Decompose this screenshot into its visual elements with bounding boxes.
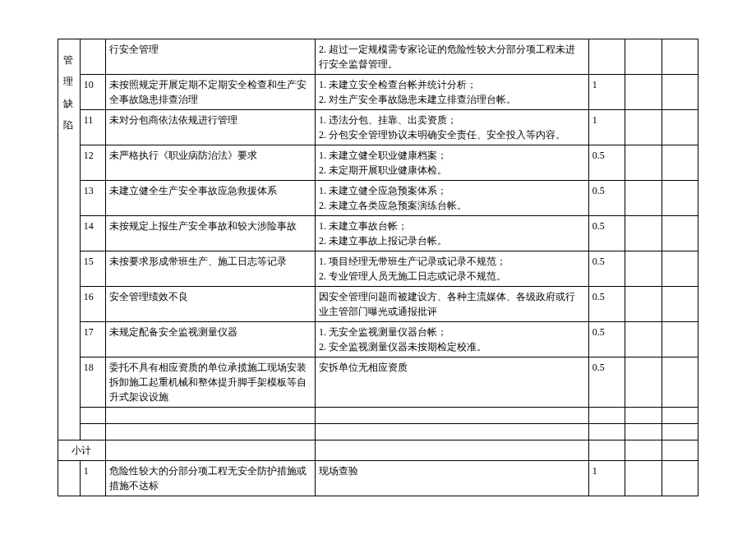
row-no: 11	[80, 110, 105, 145]
row-basis: 1. 未建立健全职业健康档案；2. 未定期开展职业健康体检。	[315, 145, 588, 181]
row-basis: 1. 未建立健全应急预案体系；2. 未建立各类应急预案演练台帐。	[315, 181, 588, 216]
row-basis: 安拆单位无相应资质	[315, 357, 588, 408]
table-row: 14 未按规定上报生产安全事故和较大涉险事故 1. 未建立事故台帐；2. 未建立…	[58, 216, 698, 251]
row-score: 0.5	[588, 287, 625, 322]
row-issue: 危险性较大的分部分项工程无安全防护措施或措施不达标	[105, 461, 315, 496]
table-row	[58, 408, 698, 424]
assessment-table: 管理缺陷 行安全管理 2. 超过一定规模需专家论证的危险性较大分部分项工程未进行…	[58, 39, 698, 496]
table-row: 18 委托不具有相应资质的单位承揽施工现场安装拆卸施工起重机械和整体提升脚手架模…	[58, 357, 698, 408]
row-score: 0.5	[588, 322, 625, 357]
row-issue: 行安全管理	[105, 39, 315, 75]
table-row: 1 危险性较大的分部分项工程无安全防护措施或措施不达标 现场查验 1	[58, 461, 698, 496]
row-basis: 1. 项目经理无带班生产记录或记录不规范；2. 专业管理人员无施工日志或记录不规…	[315, 251, 588, 287]
row-no: 18	[80, 357, 105, 408]
row-issue: 未按照规定开展定期不定期安全检查和生产安全事故隐患排查治理	[105, 75, 315, 110]
row-score	[588, 39, 625, 75]
row-no: 15	[80, 251, 105, 287]
row-basis: 现场查验	[315, 461, 588, 496]
category-cell	[58, 461, 81, 496]
row-no: 16	[80, 287, 105, 322]
row-issue: 未严格执行《职业病防治法》要求	[105, 145, 315, 181]
subtotal-row: 小计	[58, 440, 698, 461]
row-basis: 1. 违法分包、挂靠、出卖资质；2. 分包安全管理协议未明确安全责任、安全投入等…	[315, 110, 588, 145]
category-cell: 管理缺陷	[58, 39, 81, 440]
table-row: 15 未按要求形成带班生产、施工日志等记录 1. 项目经理无带班生产记录或记录不…	[58, 251, 698, 287]
row-basis: 1. 无安全监视测量仪器台帐；2. 安全监视测量仪器未按期检定校准。	[315, 322, 588, 357]
row-basis: 1. 未建立安全检查台帐并统计分析；2. 对生产安全事故隐患未建立排查治理台帐。	[315, 75, 588, 110]
row-score: 0.5	[588, 357, 625, 408]
row-no	[80, 39, 105, 75]
row-no: 12	[80, 145, 105, 181]
row-basis: 1. 未建立事故台帐；2. 未建立事故上报记录台帐。	[315, 216, 588, 251]
row-issue: 未规定配备安全监视测量仪器	[105, 322, 315, 357]
row-basis: 因安全管理问题而被建设方、各种主流媒体、各级政府或行业主管部门曝光或通报批评	[315, 287, 588, 322]
row-score: 1	[588, 461, 625, 496]
table-row: 管理缺陷 行安全管理 2. 超过一定规模需专家论证的危险性较大分部分项工程未进行…	[58, 39, 698, 75]
row-score: 0.5	[588, 145, 625, 181]
row-blank-e	[625, 39, 662, 75]
row-score: 0.5	[588, 181, 625, 216]
row-issue: 未对分包商依法依规进行管理	[105, 110, 315, 145]
table-row	[58, 424, 698, 440]
row-score: 1	[588, 75, 625, 110]
row-no: 17	[80, 322, 105, 357]
row-no: 13	[80, 181, 105, 216]
row-score: 0.5	[588, 251, 625, 287]
category-label: 管理缺陷	[63, 54, 75, 131]
row-issue: 未按规定上报生产安全事故和较大涉险事故	[105, 216, 315, 251]
table-row: 12 未严格执行《职业病防治法》要求 1. 未建立健全职业健康档案；2. 未定期…	[58, 145, 698, 181]
row-issue: 未建立健全生产安全事故应急救援体系	[105, 181, 315, 216]
subtotal-label: 小计	[58, 440, 106, 461]
row-basis: 2. 超过一定规模需专家论证的危险性较大分部分项工程未进行安全监督管理。	[315, 39, 588, 75]
row-no: 1	[80, 461, 105, 496]
table-row: 10 未按照规定开展定期不定期安全检查和生产安全事故隐患排查治理 1. 未建立安…	[58, 75, 698, 110]
row-score: 0.5	[588, 216, 625, 251]
table-row: 17 未规定配备安全监视测量仪器 1. 无安全监视测量仪器台帐；2. 安全监视测…	[58, 322, 698, 357]
row-blank-f	[662, 39, 698, 75]
row-issue: 未按要求形成带班生产、施工日志等记录	[105, 251, 315, 287]
row-no: 10	[80, 75, 105, 110]
table-row: 11 未对分包商依法依规进行管理 1. 违法分包、挂靠、出卖资质；2. 分包安全…	[58, 110, 698, 145]
row-issue: 安全管理绩效不良	[105, 287, 315, 322]
row-issue: 委托不具有相应资质的单位承揽施工现场安装拆卸施工起重机械和整体提升脚手架模板等自…	[105, 357, 315, 408]
document-page: 管理缺陷 行安全管理 2. 超过一定规模需专家论证的危险性较大分部分项工程未进行…	[58, 39, 698, 496]
table-row: 13 未建立健全生产安全事故应急救援体系 1. 未建立健全应急预案体系；2. 未…	[58, 181, 698, 216]
row-score: 1	[588, 110, 625, 145]
row-no: 14	[80, 216, 105, 251]
table-row: 16 安全管理绩效不良 因安全管理问题而被建设方、各种主流媒体、各级政府或行业主…	[58, 287, 698, 322]
